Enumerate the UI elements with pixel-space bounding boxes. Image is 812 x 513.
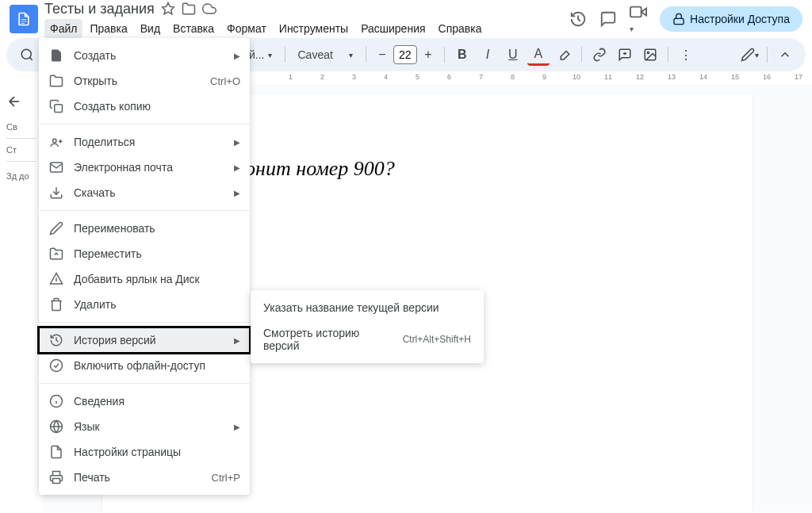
search-icon[interactable] (16, 44, 38, 66)
menu-add-shortcut[interactable]: Добавить ярлык на Диск (39, 266, 250, 292)
menu-print[interactable]: Печать Ctrl+P (39, 465, 250, 490)
docs-logo[interactable] (10, 5, 38, 33)
svg-rect-25 (53, 479, 60, 484)
separator (767, 47, 768, 63)
outline-header2: Ст (6, 145, 36, 162)
outline-sidebar: Св Ст Зд до (0, 84, 43, 511)
menu-make-copy[interactable]: Создать копию (39, 94, 250, 119)
move-folder-icon[interactable] (182, 2, 196, 16)
share-icon (48, 134, 64, 150)
separator (444, 47, 445, 63)
decrease-font-icon[interactable]: − (373, 45, 392, 64)
history-icon[interactable] (569, 10, 587, 28)
underline-button[interactable]: U (502, 44, 524, 66)
submenu-name-version[interactable]: Указать название текущей версии (251, 295, 484, 320)
menu-details[interactable]: Сведения (39, 389, 250, 414)
version-history-submenu: Указать название текущей версии Смотреть… (251, 290, 484, 363)
image-button[interactable] (639, 44, 661, 66)
email-icon (48, 159, 64, 175)
separator (581, 47, 582, 63)
back-arrow-icon[interactable] (6, 94, 36, 109)
menu-language[interactable]: Язык ▶ (39, 414, 250, 439)
menu-delete[interactable]: Удалить (39, 292, 250, 317)
menu-extensions[interactable]: Расширения (355, 19, 431, 38)
menu-tools[interactable]: Инструменты (274, 19, 354, 38)
globe-icon (48, 419, 64, 435)
menu-rename[interactable]: Переименовать (39, 216, 250, 241)
chevron-right-icon: ▶ (234, 189, 240, 197)
bold-button[interactable]: B (451, 44, 473, 66)
offline-icon (48, 358, 64, 373)
chevron-right-icon: ▶ (234, 336, 240, 345)
print-icon (48, 469, 64, 485)
more-icon[interactable]: ⋮ (675, 44, 697, 66)
separator (39, 210, 250, 211)
text-color-button[interactable]: A (527, 44, 550, 66)
history-icon (48, 332, 64, 348)
menu-email[interactable]: Электронная почта ▶ (39, 155, 250, 180)
separator (285, 47, 285, 63)
font-size-input[interactable] (393, 45, 417, 64)
edit-mode-button[interactable]: ▾ (738, 44, 760, 66)
cloud-status-icon[interactable] (202, 2, 216, 16)
svg-point-4 (21, 49, 31, 59)
document-icon (48, 48, 64, 63)
svg-marker-0 (162, 3, 174, 14)
menu-insert[interactable]: Вставка (167, 19, 220, 38)
menu-version-history[interactable]: История версий ▶ (39, 327, 250, 353)
comments-icon[interactable] (599, 10, 617, 28)
header-actions: ▾ Настройки Доступа (569, 3, 802, 35)
svg-line-5 (29, 57, 32, 59)
trash-icon (48, 297, 64, 312)
separator (668, 47, 668, 63)
chevron-right-icon: ▶ (234, 423, 240, 431)
document-title[interactable]: Тесты и задания (44, 1, 155, 17)
share-button-label: Настройки Доступа (690, 13, 790, 25)
info-icon (48, 393, 64, 409)
rename-icon (48, 220, 64, 236)
page-setup-icon (48, 444, 64, 460)
folder-icon (48, 73, 64, 89)
highlight-button[interactable] (553, 44, 575, 66)
menu-edit[interactable]: Правка (84, 19, 132, 38)
menu-share[interactable]: Поделиться ▶ (39, 129, 250, 155)
collapse-icon[interactable] (774, 44, 796, 66)
download-icon (48, 185, 64, 201)
move-icon (48, 246, 64, 262)
link-button[interactable] (588, 44, 611, 66)
svg-rect-11 (55, 105, 63, 113)
menu-view[interactable]: Вид (135, 19, 166, 38)
svg-point-9 (647, 52, 649, 53)
font-select[interactable]: Caveat ▾ (292, 45, 359, 64)
separator (39, 124, 250, 124)
share-button[interactable]: Настройки Доступа (660, 6, 802, 32)
menu-page-setup[interactable]: Настройки страницы (39, 439, 250, 465)
increase-font-icon[interactable]: + (419, 45, 438, 64)
menu-file[interactable]: Файл (44, 19, 82, 38)
menu-create[interactable]: Создать ▶ (39, 43, 250, 68)
separator (366, 47, 366, 63)
separator (39, 383, 250, 384)
title-area: Тесты и задания Файл Правка Вид Вставка … (44, 1, 569, 38)
separator (39, 322, 250, 323)
meet-icon[interactable]: ▾ (630, 3, 647, 35)
font-size-control: − + (373, 45, 438, 64)
menu-download[interactable]: Скачать ▶ (39, 180, 250, 205)
italic-button[interactable]: I (477, 44, 499, 66)
chevron-right-icon: ▶ (234, 163, 240, 172)
comment-button[interactable] (614, 44, 636, 66)
chevron-right-icon: ▶ (234, 138, 240, 147)
drive-shortcut-icon (48, 271, 64, 287)
svg-rect-3 (674, 18, 684, 24)
menu-open[interactable]: Открыть Ctrl+O (39, 68, 250, 94)
header: Тесты и задания Файл Правка Вид Вставка … (0, 0, 812, 38)
menu-format[interactable]: Формат (221, 19, 272, 38)
star-icon[interactable] (161, 2, 175, 16)
submenu-see-history[interactable]: Смотреть историю версий Ctrl+Alt+Shift+H (251, 320, 484, 358)
menu-offline[interactable]: Включить офлайн-доступ (39, 353, 250, 378)
menu-move[interactable]: Переместить (39, 241, 250, 266)
menu-bar: Файл Правка Вид Вставка Формат Инструмен… (44, 19, 569, 38)
svg-point-19 (51, 360, 63, 372)
svg-point-12 (53, 139, 57, 143)
menu-help[interactable]: Справка (433, 19, 488, 38)
